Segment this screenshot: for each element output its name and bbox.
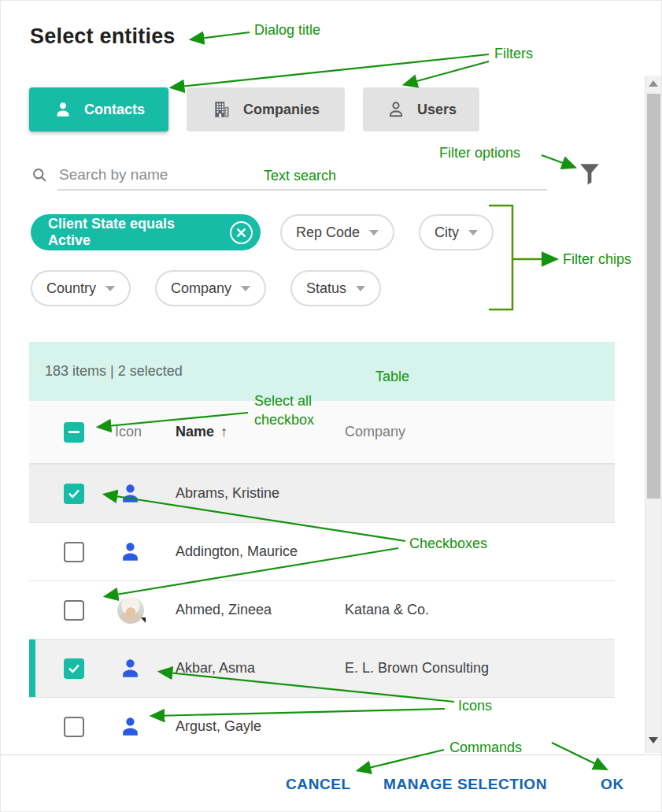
filter-chip-label: Country: [46, 280, 96, 297]
contact-name: Argust, Gayle: [176, 718, 261, 735]
tab-contacts-label: Contacts: [84, 102, 145, 118]
active-filter-chip[interactable]: Client State equals Active: [31, 214, 261, 250]
contact-photo-avatar: [117, 597, 144, 624]
column-header-name[interactable]: Name↑: [176, 424, 227, 440]
filter-options-button[interactable]: [575, 158, 604, 190]
chevron-down-icon: [356, 286, 365, 291]
contact-company: E. L. Brown Consulting: [345, 660, 489, 677]
annotation-select-all-checkbox: Select all checkbox: [254, 391, 314, 429]
filter-chip-country[interactable]: Country: [31, 270, 131, 306]
filter-chip-label: Company: [171, 280, 231, 297]
close-icon: [236, 228, 246, 238]
active-row-indicator: [29, 640, 35, 697]
contact-name: Addington, Maurice: [176, 543, 298, 560]
filter-chip-city[interactable]: City: [419, 214, 494, 250]
person-icon: [117, 714, 143, 740]
filter-chip-rep-code[interactable]: Rep Code: [280, 214, 394, 250]
sort-ascending-icon: ↑: [220, 424, 227, 439]
scrollbar-thumb[interactable]: [647, 94, 660, 499]
funnel-icon: [578, 160, 601, 187]
remove-filter-button[interactable]: [230, 221, 253, 244]
contact-name: Abrams, Kristine: [176, 485, 279, 502]
table-row[interactable]: Abrams, Kristine: [29, 464, 615, 522]
annotation-table: Table: [375, 367, 409, 386]
row-checkbox-unchecked[interactable]: [64, 542, 84, 562]
building-icon: [212, 99, 232, 120]
annotation-filters: Filters: [494, 44, 533, 63]
contact-name: Akbar, Asma: [176, 660, 255, 677]
annotation-filter-chips: Filter chips: [563, 250, 631, 269]
page-title: Select entities: [30, 24, 176, 49]
table-header-row: Icon Name↑ Company: [29, 401, 615, 464]
annotation-icons: Icons: [458, 696, 492, 715]
row-checkbox-unchecked[interactable]: [64, 600, 84, 621]
filter-chip-label: Status: [306, 280, 346, 297]
table-row[interactable]: Addington, Maurice: [29, 522, 615, 580]
annotation-filter-options: Filter options: [439, 143, 520, 162]
column-header-company: Company: [345, 424, 405, 440]
chevron-down-icon: [369, 230, 379, 235]
row-checkbox-unchecked[interactable]: [64, 717, 84, 737]
entities-table: 183 items | 2 selected Icon Name↑ Compan…: [29, 342, 615, 755]
person-outline-icon: [386, 99, 406, 120]
check-icon: [67, 662, 81, 676]
table-row[interactable]: Akbar, Asma E. L. Brown Consulting: [29, 639, 615, 697]
tab-contacts[interactable]: Contacts: [29, 87, 168, 132]
tab-users[interactable]: Users: [363, 87, 479, 132]
scroll-down-arrow-icon[interactable]: [649, 737, 658, 743]
annotation-commands: Commands: [449, 738, 522, 757]
filter-chip-label: City: [435, 224, 459, 241]
filter-chips-bracket: [489, 206, 555, 310]
table-row[interactable]: Argust, Gayle: [29, 697, 615, 755]
table-row[interactable]: Ahmed, Zineea Katana & Co.: [29, 580, 615, 639]
indeterminate-icon: [68, 431, 80, 434]
chevron-down-icon: [241, 286, 250, 291]
table-summary-banner: 183 items | 2 selected: [29, 342, 615, 401]
manage-selection-button[interactable]: MANAGE SELECTION: [383, 773, 547, 795]
tab-companies-label: Companies: [243, 102, 320, 118]
check-icon: [67, 487, 81, 501]
row-checkbox-checked[interactable]: [64, 658, 84, 679]
tab-users-label: Users: [417, 102, 457, 118]
tab-companies[interactable]: Companies: [187, 87, 345, 132]
scroll-up-arrow-icon[interactable]: [649, 80, 658, 87]
ok-button[interactable]: OK: [601, 773, 624, 795]
vertical-scrollbar[interactable]: [645, 76, 661, 753]
select-all-checkbox[interactable]: [64, 422, 84, 443]
active-filter-chip-label: Client State equals Active: [48, 216, 220, 249]
person-icon: [117, 539, 143, 565]
contact-name: Ahmed, Zineea: [176, 602, 272, 618]
annotation-checkboxes: Checkboxes: [409, 534, 487, 553]
chevron-down-icon: [468, 230, 478, 235]
select-entities-dialog: Select entities Contacts Companies Users: [0, 0, 662, 812]
annotation-dialog-title: Dialog title: [254, 20, 320, 39]
row-checkbox-checked[interactable]: [64, 484, 84, 504]
person-icon: [117, 655, 143, 681]
items-selected-count: 183 items | 2 selected: [45, 363, 183, 380]
contact-company: Katana & Co.: [345, 602, 429, 618]
person-icon: [53, 99, 73, 120]
cancel-button[interactable]: CANCEL: [286, 773, 351, 795]
filter-chip-label: Rep Code: [296, 224, 360, 241]
column-header-icon: Icon: [115, 424, 142, 440]
filter-chip-status[interactable]: Status: [290, 270, 381, 306]
person-icon: [117, 480, 143, 506]
footer-divider: [1, 755, 662, 755]
filter-chip-company[interactable]: Company: [155, 270, 266, 306]
chevron-down-icon: [105, 286, 115, 291]
magnifier-icon: [31, 167, 48, 184]
annotation-text-search: Text search: [264, 166, 336, 185]
